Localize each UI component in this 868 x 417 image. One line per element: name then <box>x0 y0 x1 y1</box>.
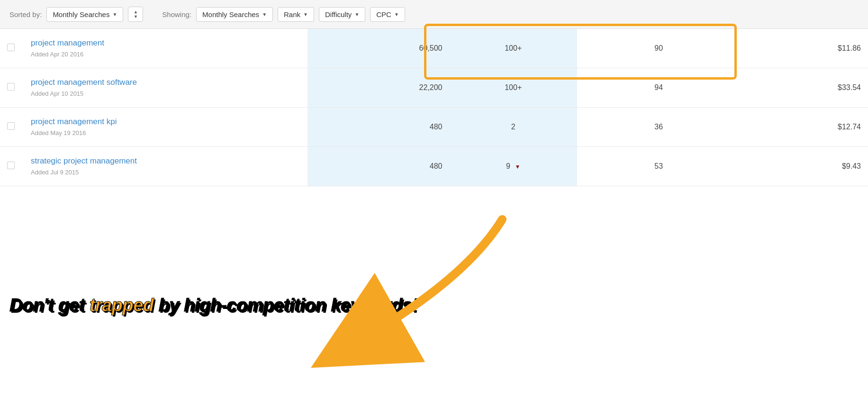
difficulty-cell: 53 <box>577 147 740 186</box>
monthly-searches-cell: 60,500 <box>307 29 449 68</box>
difficulty-dropdown[interactable]: Difficulty ▼ <box>319 7 365 22</box>
monthly-searches-cell: 22,200 <box>307 68 449 108</box>
monthly-searches-cell: 480 <box>307 147 449 186</box>
sorted-by-dropdown[interactable]: Monthly Searches ▼ <box>46 7 123 22</box>
sort-up-icon: ▲ <box>134 10 138 14</box>
sorted-by-label: Sorted by: <box>9 10 42 18</box>
sorted-by-arrow-icon: ▼ <box>112 12 117 17</box>
keyword-link[interactable]: project management <box>31 38 300 48</box>
sort-direction-button[interactable]: ▲ ▼ <box>128 7 143 22</box>
keyword-table: project managementAdded Apr 20 201660,50… <box>0 29 868 186</box>
cpc-cell: $33.54 <box>740 68 868 108</box>
showing-value: Monthly Searches <box>202 10 259 18</box>
keyword-date: Added Apr 20 2016 <box>31 51 83 58</box>
monthly-searches-cell: 480 <box>307 108 449 147</box>
cpc-arrow-icon: ▼ <box>394 12 399 17</box>
cpc-dropdown[interactable]: CPC ▼ <box>370 7 405 22</box>
keyword-date: Added Jul 9 2015 <box>31 169 79 176</box>
showing-label: Showing: <box>162 10 191 18</box>
row-checkbox[interactable] <box>7 44 15 51</box>
bottom-annotation-text: Don't get trapped by high-competition ke… <box>9 295 418 316</box>
showing-arrow-icon: ▼ <box>262 12 267 17</box>
row-checkbox[interactable] <box>7 162 15 169</box>
cpc-cell: $12.74 <box>740 108 868 147</box>
highlight-word: trapped <box>90 295 154 315</box>
keyword-link[interactable]: project management kpi <box>31 117 300 127</box>
table-row: strategic project managementAdded Jul 9 … <box>0 147 868 186</box>
difficulty-cell: 90 <box>577 29 740 68</box>
table-container: project managementAdded Apr 20 201660,50… <box>0 29 868 186</box>
keyword-date: Added Apr 10 2015 <box>31 90 83 97</box>
difficulty-cell: 36 <box>577 108 740 147</box>
rank-cell: 9 ▼ <box>449 147 577 186</box>
showing-dropdown[interactable]: Monthly Searches ▼ <box>196 7 273 22</box>
difficulty-arrow-icon: ▼ <box>354 12 359 17</box>
bottom-text-container: Don't get trapped by high-competition ke… <box>0 281 868 325</box>
rank-cell: 100+ <box>449 29 577 68</box>
table-row: project management kpiAdded May 19 20164… <box>0 108 868 147</box>
row-checkbox[interactable] <box>7 122 15 130</box>
rank-cell: 2 <box>449 108 577 147</box>
cpc-cell: $11.86 <box>740 29 868 68</box>
rank-cell: 100+ <box>449 68 577 108</box>
rank-label: Rank <box>284 10 300 18</box>
rank-dropdown[interactable]: Rank ▼ <box>278 7 314 22</box>
header-bar: Sorted by: Monthly Searches ▼ ▲ ▼ Showin… <box>0 0 868 29</box>
difficulty-cell: 94 <box>577 68 740 108</box>
page-wrapper: Sorted by: Monthly Searches ▼ ▲ ▼ Showin… <box>0 0 868 325</box>
rank-down-icon: ▼ <box>515 163 520 170</box>
sorted-by-value: Monthly Searches <box>53 10 109 18</box>
cpc-cell: $9.43 <box>740 147 868 186</box>
rank-arrow-icon: ▼ <box>303 12 308 17</box>
keyword-link[interactable]: strategic project management <box>31 156 300 166</box>
table-row: project management softwareAdded Apr 10 … <box>0 68 868 108</box>
cpc-label: CPC <box>376 10 391 18</box>
row-checkbox[interactable] <box>7 83 15 91</box>
sort-down-icon: ▼ <box>134 15 138 19</box>
difficulty-label: Difficulty <box>325 10 352 18</box>
keyword-link[interactable]: project management software <box>31 78 300 87</box>
table-row: project managementAdded Apr 20 201660,50… <box>0 29 868 68</box>
keyword-date: Added May 19 2016 <box>31 129 86 136</box>
